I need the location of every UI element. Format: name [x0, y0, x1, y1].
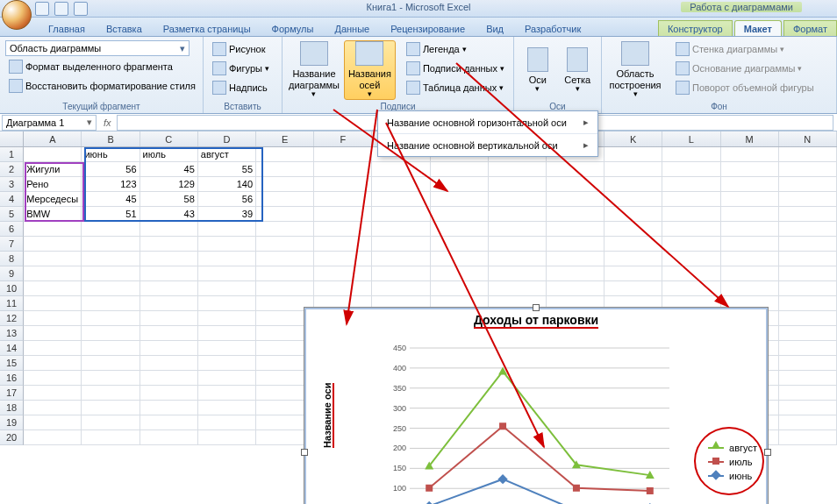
cell[interactable] — [24, 386, 82, 401]
cell[interactable] — [604, 207, 662, 222]
y-axis-title[interactable]: Название оси — [322, 383, 334, 448]
chart-plot-area[interactable]: 050100150200250300350400450ЖигулиРеноМер… — [375, 344, 673, 504]
cell[interactable] — [779, 341, 837, 356]
axis-titles-horizontal[interactable]: Название основной горизонтальной оси▸ — [378, 111, 597, 134]
cell[interactable] — [314, 147, 372, 162]
data-labels-button[interactable]: Подписи данных — [403, 60, 508, 77]
cell[interactable] — [431, 222, 489, 237]
cell[interactable] — [198, 386, 256, 401]
cell[interactable] — [547, 222, 604, 237]
cell[interactable] — [604, 147, 662, 162]
reset-style-button[interactable]: Восстановить форматирование стиля — [5, 77, 199, 95]
cell[interactable] — [24, 311, 82, 326]
cell[interactable] — [140, 237, 198, 252]
cell[interactable] — [372, 237, 430, 252]
format-selection-button[interactable]: Формат выделенного фрагмента — [5, 58, 176, 75]
row-header[interactable]: 8 — [0, 252, 24, 266]
cell[interactable] — [779, 371, 837, 386]
cell[interactable] — [198, 341, 256, 356]
resize-handle[interactable] — [764, 449, 771, 456]
cell[interactable] — [82, 252, 140, 266]
row-header[interactable]: 16 — [0, 371, 24, 386]
redo-icon[interactable] — [74, 2, 88, 16]
cell[interactable] — [372, 222, 430, 237]
cell[interactable] — [721, 222, 779, 237]
cell[interactable] — [198, 356, 256, 371]
cell[interactable] — [547, 252, 604, 266]
chart-floor-button[interactable]: Основание диаграммы — [672, 60, 818, 77]
cell[interactable] — [721, 177, 779, 192]
cell[interactable] — [82, 311, 140, 326]
row-header[interactable]: 4 — [0, 192, 24, 207]
data-table-button[interactable]: Таблица данных — [403, 79, 508, 96]
cell[interactable] — [256, 147, 314, 162]
cell[interactable] — [547, 237, 604, 252]
row-header[interactable]: 3 — [0, 177, 24, 192]
cell[interactable] — [256, 266, 314, 281]
cell[interactable] — [779, 252, 837, 266]
cell[interactable] — [721, 252, 779, 266]
cell[interactable] — [662, 222, 720, 237]
cell[interactable] — [82, 296, 140, 311]
cell[interactable] — [140, 371, 198, 386]
tab-format[interactable]: Формат — [783, 20, 837, 36]
worksheet-grid[interactable]: ABCDEFGHIJKLMN 1июньиюльавгуст2Жигули564… — [0, 131, 837, 504]
cell[interactable] — [662, 162, 720, 177]
legend-button[interactable]: Легенда — [403, 40, 508, 58]
cell[interactable] — [140, 296, 198, 311]
tab-view[interactable]: Вид — [476, 20, 513, 36]
cell[interactable] — [82, 401, 140, 415]
column-header[interactable]: C — [140, 131, 198, 146]
cell[interactable] — [372, 252, 430, 266]
row-header[interactable]: 6 — [0, 222, 24, 237]
cell[interactable] — [314, 177, 372, 192]
row-header[interactable]: 5 — [0, 207, 24, 222]
cell[interactable] — [198, 311, 256, 326]
row-header[interactable]: 15 — [0, 356, 24, 371]
cell[interactable] — [24, 147, 82, 162]
cell[interactable] — [82, 430, 140, 445]
cell[interactable] — [314, 162, 372, 177]
cell[interactable] — [372, 266, 430, 281]
cell[interactable] — [547, 162, 604, 177]
cell[interactable]: 45 — [140, 162, 198, 177]
cell[interactable] — [24, 430, 82, 445]
cell[interactable] — [198, 252, 256, 266]
tab-pagelayout[interactable]: Разметка страницы — [154, 20, 261, 36]
cell[interactable] — [314, 266, 372, 281]
resize-handle[interactable] — [301, 449, 308, 456]
cell[interactable] — [547, 281, 604, 296]
cell[interactable] — [372, 281, 430, 296]
cell[interactable] — [662, 177, 720, 192]
cell[interactable] — [198, 222, 256, 237]
axis-titles-button[interactable]: Названия осей — [344, 40, 396, 100]
row-header[interactable]: 2 — [0, 162, 24, 177]
cell[interactable] — [314, 192, 372, 207]
cell[interactable]: август — [198, 147, 256, 162]
cell[interactable]: 56 — [198, 192, 256, 207]
shapes-button[interactable]: Фигуры — [209, 60, 273, 77]
row-header[interactable]: 14 — [0, 341, 24, 356]
cell[interactable] — [489, 252, 547, 266]
cell[interactable] — [431, 266, 489, 281]
chart-wall-button[interactable]: Стенка диаграммы — [672, 40, 818, 58]
tab-review[interactable]: Рецензирование — [381, 20, 475, 36]
cell[interactable] — [721, 237, 779, 252]
cell[interactable] — [779, 430, 837, 445]
cell[interactable] — [779, 207, 837, 222]
cell[interactable] — [662, 252, 720, 266]
row-header[interactable]: 1 — [0, 147, 24, 162]
cell[interactable] — [198, 415, 256, 430]
tab-data[interactable]: Данные — [325, 20, 379, 36]
cell[interactable]: 56 — [82, 162, 140, 177]
row-header[interactable]: 17 — [0, 386, 24, 401]
cell[interactable] — [604, 237, 662, 252]
chart-elements-combo[interactable]: Область диаграммы — [5, 40, 190, 56]
cell[interactable] — [256, 281, 314, 296]
cell[interactable] — [314, 237, 372, 252]
cell[interactable]: Жигули — [24, 162, 82, 177]
tab-design[interactable]: Конструктор — [658, 20, 733, 36]
cell[interactable] — [82, 371, 140, 386]
cell[interactable] — [431, 281, 489, 296]
cell[interactable] — [24, 266, 82, 281]
